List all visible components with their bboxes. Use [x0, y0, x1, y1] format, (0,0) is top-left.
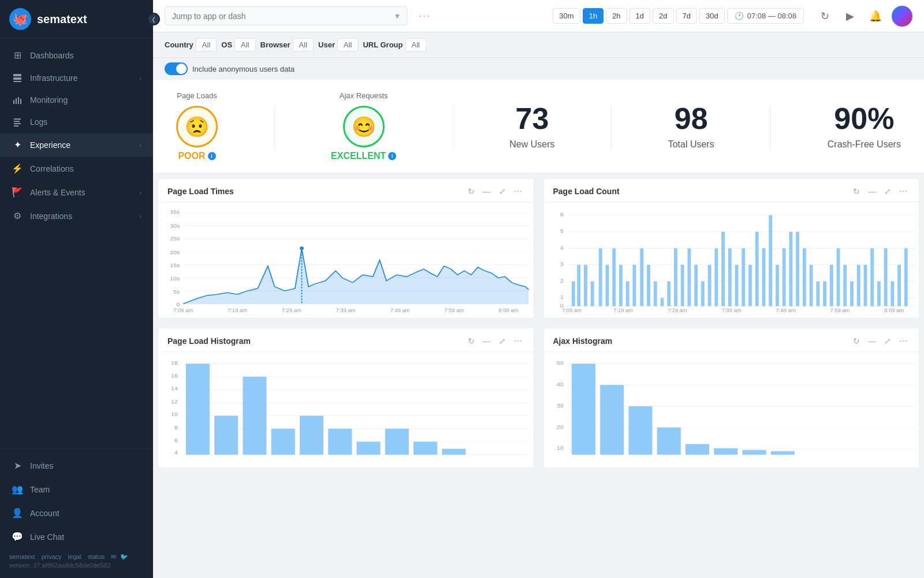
- chart-actions: ↻ — ⤢ ⋯: [465, 186, 524, 197]
- sidebar-item-label: Experience: [30, 140, 139, 150]
- page-load-times-svg: 35s 30s 25s 20s 15s 10s 5s 0: [163, 207, 529, 313]
- country-filter-value[interactable]: All: [196, 38, 217, 51]
- time-btn-30m[interactable]: 30m: [553, 8, 580, 24]
- chevron-right-icon: ›: [139, 189, 141, 196]
- sidebar-item-experience[interactable]: ✦ Experience ›: [0, 133, 153, 157]
- twitter-icon: 🐦: [120, 553, 128, 560]
- sidebar-footer: ➤ Invites 👥 Team 👤 Account 💬 Live Chat s…: [0, 449, 153, 578]
- sidebar-collapse-button[interactable]: ❮: [147, 13, 160, 25]
- logs-icon: [12, 117, 23, 127]
- sidebar-item-monitoring[interactable]: Monitoring: [0, 89, 153, 111]
- svg-rect-66: [660, 298, 664, 306]
- time-btn-1h[interactable]: 1h: [583, 8, 603, 24]
- chart-refresh-button[interactable]: ↻: [465, 186, 477, 197]
- anonymous-users-toggle[interactable]: [165, 62, 188, 75]
- sidebar-footer-bottom: sematext privacy legal status ✉ 🐦 versio…: [0, 549, 153, 573]
- svg-rect-3: [13, 77, 21, 80]
- sematext-link[interactable]: sematext: [9, 553, 35, 560]
- page-loads-info-icon[interactable]: i: [208, 152, 216, 160]
- urlgroup-filter-value[interactable]: All: [405, 38, 426, 51]
- user-filter-value[interactable]: All: [337, 38, 358, 51]
- time-range-display[interactable]: 🕐 07:08 — 08:08: [727, 8, 804, 24]
- status-link[interactable]: status: [88, 553, 105, 560]
- os-filter-label: OS: [221, 40, 232, 49]
- svg-rect-130: [300, 416, 323, 454]
- ajax-requests-face: 😊: [343, 106, 385, 147]
- privacy-link[interactable]: privacy: [42, 553, 62, 560]
- chart-expand-button[interactable]: ⤢: [882, 186, 893, 197]
- time-btn-7d[interactable]: 7d: [676, 8, 697, 24]
- chart-body: 18 16 14 12 10 8 6 4: [158, 352, 534, 468]
- sidebar-item-infrastructure[interactable]: Infrastructure ›: [0, 67, 153, 89]
- chart-refresh-button[interactable]: ↻: [851, 186, 862, 197]
- svg-text:30s: 30s: [170, 223, 180, 228]
- time-btn-1d[interactable]: 1d: [629, 8, 650, 24]
- browser-filter-value[interactable]: All: [293, 38, 314, 51]
- svg-rect-101: [897, 265, 901, 306]
- chart-header: Ajax Histogram ↻ — ⤢ ⋯: [544, 328, 919, 352]
- search-dropdown-icon[interactable]: ▾: [395, 10, 400, 21]
- sidebar-item-label: Alerts & Events: [30, 188, 139, 197]
- refresh-button[interactable]: ↻: [815, 7, 834, 25]
- chart-expand-button[interactable]: ⤢: [497, 186, 508, 197]
- notifications-button[interactable]: 🔔: [866, 7, 885, 25]
- svg-rect-76: [728, 249, 731, 306]
- divider: [453, 103, 453, 150]
- svg-text:8:09 am: 8:09 am: [498, 308, 518, 313]
- svg-text:0: 0: [176, 301, 180, 307]
- page-loads-rating: POOR i: [178, 151, 215, 161]
- sidebar-item-invites[interactable]: ➤ Invites: [0, 454, 153, 477]
- sidebar-item-livechat[interactable]: 💬 Live Chat: [0, 525, 153, 549]
- svg-rect-127: [214, 416, 238, 454]
- svg-rect-95: [856, 265, 860, 306]
- svg-rect-54: [577, 265, 580, 306]
- svg-rect-152: [742, 450, 766, 455]
- sidebar-item-alerts[interactable]: 🚩 Alerts & Events ›: [0, 180, 153, 204]
- chart-expand-button[interactable]: ⤢: [497, 335, 508, 347]
- new-users-value: 73: [516, 103, 549, 134]
- legal-link[interactable]: legal: [68, 553, 81, 560]
- chart-more-button[interactable]: ⋯: [897, 186, 910, 197]
- chart-refresh-button[interactable]: ↻: [851, 335, 862, 347]
- chart-minimize-button[interactable]: —: [866, 186, 878, 197]
- time-btn-2d[interactable]: 2d: [653, 8, 673, 24]
- svg-rect-100: [891, 281, 894, 306]
- sidebar-item-account[interactable]: 👤 Account: [0, 501, 153, 525]
- chart-refresh-button[interactable]: ↻: [465, 335, 477, 347]
- more-options-button[interactable]: ···: [414, 8, 435, 24]
- ajax-requests-info-icon[interactable]: i: [388, 152, 396, 160]
- toggle-label: Include anonymous users data: [192, 65, 295, 73]
- chart-minimize-button[interactable]: —: [866, 335, 878, 347]
- search-input[interactable]: [172, 12, 393, 21]
- chart-more-button[interactable]: ⋯: [512, 335, 524, 347]
- user-avatar[interactable]: [892, 6, 912, 27]
- clock-icon: 🕐: [735, 12, 744, 20]
- chart-minimize-button[interactable]: —: [480, 186, 493, 197]
- chart-more-button[interactable]: ⋯: [897, 335, 910, 347]
- search-box[interactable]: ▾: [165, 6, 407, 25]
- svg-text:7:59 am: 7:59 am: [830, 308, 850, 313]
- time-btn-30d[interactable]: 30d: [699, 8, 725, 24]
- svg-rect-147: [600, 385, 624, 455]
- sidebar-item-correlations[interactable]: ⚡ Correlations: [0, 157, 153, 180]
- sidebar-item-logs[interactable]: Logs: [0, 111, 153, 133]
- chart-actions: ↻ — ⤢ ⋯: [851, 186, 910, 197]
- os-filter-value[interactable]: All: [234, 38, 255, 51]
- sidebar-item-label: Integrations: [30, 212, 139, 221]
- sidebar-item-integrations[interactable]: ⚙ Integrations ›: [0, 204, 153, 228]
- chart-more-button[interactable]: ⋯: [512, 186, 524, 197]
- infrastructure-icon: [12, 73, 23, 83]
- chart-minimize-button[interactable]: —: [480, 335, 493, 347]
- sidebar-item-dashboards[interactable]: ⊞ Dashboards: [0, 43, 153, 67]
- svg-rect-148: [628, 406, 652, 455]
- chart-expand-button[interactable]: ⤢: [882, 335, 893, 347]
- time-btn-2h[interactable]: 2h: [606, 8, 627, 24]
- stats-card: Page Loads 😟 POOR i Ajax Requests 😊 EXCE…: [153, 80, 924, 173]
- sidebar: 🐙 sematext ❮ ⊞ Dashboards Infrastructure…: [0, 0, 153, 578]
- chevron-right-icon: ›: [139, 75, 141, 81]
- sidebar-item-team[interactable]: 👥 Team: [0, 477, 153, 501]
- header-actions: ↻ ▶ 🔔: [815, 6, 912, 27]
- chevron-right-icon: ›: [139, 142, 141, 149]
- play-button[interactable]: ▶: [841, 7, 859, 25]
- sidebar-nav: ⊞ Dashboards Infrastructure › Monitoring…: [0, 39, 153, 449]
